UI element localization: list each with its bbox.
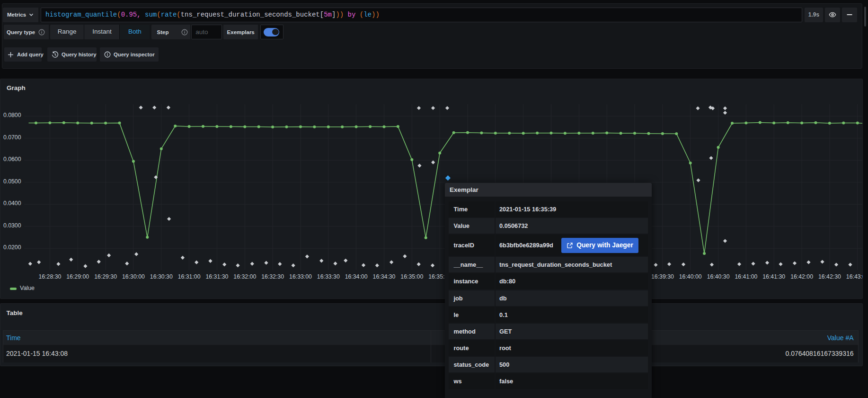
svg-text:16:43:00: 16:43:00 <box>846 273 863 280</box>
svg-text:16:31:30: 16:31:30 <box>205 273 228 280</box>
svg-text:0.0500: 0.0500 <box>3 178 21 185</box>
svg-text:16:30:00: 16:30:00 <box>122 273 145 280</box>
svg-text:16:34:00: 16:34:00 <box>345 273 368 280</box>
svg-text:0.0200: 0.0200 <box>3 244 21 251</box>
svg-text:16:32:00: 16:32:00 <box>233 273 256 280</box>
svg-text:16:34:30: 16:34:30 <box>373 273 396 280</box>
svg-text:16:40:00: 16:40:00 <box>679 273 702 280</box>
svg-text:0.0400: 0.0400 <box>3 200 21 207</box>
svg-text:16:35:00: 16:35:00 <box>400 273 423 280</box>
svg-text:16:30:30: 16:30:30 <box>150 273 173 280</box>
svg-text:16:29:00: 16:29:00 <box>66 273 89 280</box>
svg-text:16:42:00: 16:42:00 <box>790 273 813 280</box>
svg-text:0.0800: 0.0800 <box>3 112 21 118</box>
svg-text:16:40:30: 16:40:30 <box>707 273 730 280</box>
svg-text:16:32:30: 16:32:30 <box>261 273 284 280</box>
svg-text:16:33:30: 16:33:30 <box>317 273 340 280</box>
svg-text:16:41:00: 16:41:00 <box>735 273 757 280</box>
svg-text:16:31:00: 16:31:00 <box>178 273 201 280</box>
svg-text:16:42:30: 16:42:30 <box>818 273 841 280</box>
svg-text:0.0600: 0.0600 <box>3 156 21 163</box>
svg-text:16:33:00: 16:33:00 <box>289 273 312 280</box>
svg-text:16:28:30: 16:28:30 <box>38 273 61 280</box>
svg-text:16:41:30: 16:41:30 <box>762 273 785 280</box>
svg-text:0.0300: 0.0300 <box>3 222 21 229</box>
svg-text:0.0700: 0.0700 <box>3 134 21 141</box>
svg-text:16:39:30: 16:39:30 <box>651 273 674 280</box>
svg-text:16:29:30: 16:29:30 <box>94 273 117 280</box>
